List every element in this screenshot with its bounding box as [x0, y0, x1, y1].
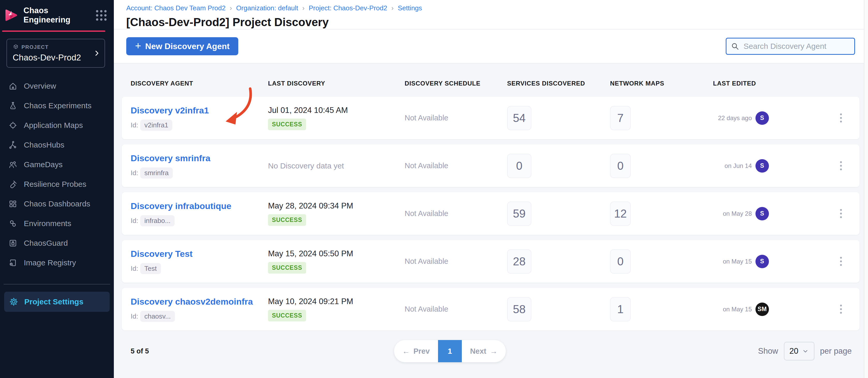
- search-icon: [731, 42, 740, 51]
- last-discovery-date: May 28, 2024 09:34 PM: [268, 201, 405, 211]
- id-label: Id:: [131, 265, 138, 273]
- sidebar-item-overview[interactable]: Overview: [0, 76, 114, 96]
- table-row: Discovery chaosv2demoinfra Id:chaosv... …: [122, 288, 860, 331]
- sidebar-item-chaos-dashboards[interactable]: Chaos Dashboards: [0, 194, 114, 214]
- project-name: Chaos-Dev-Prod2: [13, 53, 99, 63]
- last-edited-text: on May 15: [713, 258, 752, 265]
- last-discovery-date: May 15, 2024 05:50 PM: [268, 249, 405, 259]
- agent-id-value: v2infra1: [140, 119, 173, 131]
- table-row: Discovery smrinfra Id:smrinfra No Discov…: [122, 144, 860, 187]
- last-discovery-date: Jul 01, 2024 10:45 AM: [268, 106, 405, 115]
- sidebar-item-label: Environments: [24, 219, 71, 228]
- row-menu-icon[interactable]: [838, 112, 843, 124]
- table-row: Discovery infraboutique Id:infrabo... Ma…: [122, 192, 860, 235]
- status-badge: SUCCESS: [268, 310, 306, 321]
- discovery-schedule-cell: Not Available: [405, 305, 507, 313]
- current-page-button[interactable]: 1: [438, 340, 462, 362]
- table-footer: 5 of 5 ← Prev 1 Next → Show 20 per page: [122, 339, 860, 363]
- breadcrumb-separator: ›: [230, 4, 232, 12]
- agent-id-value: Test: [140, 263, 161, 274]
- per-page-select[interactable]: 20: [784, 342, 814, 360]
- network-maps-count: 12: [610, 202, 631, 226]
- breadcrumb-settings[interactable]: Settings: [398, 4, 422, 12]
- new-discovery-agent-label: New Discovery Agent: [145, 42, 229, 51]
- discovery-agent-link[interactable]: Discovery v2infra1: [131, 105, 209, 115]
- breadcrumb-organization[interactable]: Organization: default: [236, 4, 298, 12]
- breadcrumb-separator: ›: [303, 4, 305, 12]
- breadcrumb-separator: ›: [392, 4, 394, 12]
- no-discovery-data-text: No Discovery data yet: [268, 162, 405, 170]
- discovery-agent-link[interactable]: Discovery Test: [131, 249, 192, 259]
- sidebar-item-image-registry[interactable]: Image Registry: [0, 253, 114, 273]
- network-icon: [8, 140, 18, 149]
- sidebar-item-label: Overview: [24, 82, 56, 91]
- sidebar-item-label: Image Registry: [24, 259, 76, 267]
- prev-label: Prev: [413, 347, 430, 355]
- breadcrumb-project[interactable]: Project: Chaos-Dev-Prod2: [309, 4, 387, 12]
- discovery-agent-link[interactable]: Discovery smrinfra: [131, 153, 210, 163]
- last-discovery-cell: May 15, 2024 05:50 PM SUCCESS: [268, 249, 405, 274]
- row-menu-icon[interactable]: [838, 255, 843, 267]
- status-badge: SUCCESS: [268, 214, 306, 226]
- search-input[interactable]: [726, 38, 855, 55]
- discovery-schedule-cell: Not Available: [405, 257, 507, 266]
- network-maps-cell: 7: [610, 106, 713, 130]
- agent-id-value: chaosv...: [140, 311, 175, 322]
- brand-divider: [2, 31, 105, 32]
- services-discovered-cell: 58: [507, 297, 610, 321]
- services-discovered-cell: 28: [507, 249, 610, 274]
- services-count: 58: [507, 297, 531, 321]
- main-panel: Account: Chaos Dev Team Prod2 › Organiza…: [114, 0, 868, 378]
- sidebar-item-label: ChaosHubs: [24, 141, 64, 149]
- page-header: Account: Chaos Dev Team Prod2 › Organiza…: [114, 0, 868, 30]
- sidebar-item-application-maps[interactable]: Application Maps: [0, 115, 114, 135]
- last-edited-cell: on May 15 SM: [713, 303, 852, 316]
- new-discovery-agent-button[interactable]: + New Discovery Agent: [126, 37, 238, 55]
- avatar: S: [755, 207, 769, 220]
- avatar: S: [755, 111, 769, 125]
- sidebar-item-chaos-experiments[interactable]: Chaos Experiments: [0, 96, 114, 115]
- services-discovered-cell: 0: [507, 154, 610, 178]
- row-menu-icon[interactable]: [838, 207, 843, 219]
- table-area: DISCOVERY AGENT LAST DISCOVERY DISCOVERY…: [114, 64, 868, 378]
- lock-icon: [8, 238, 18, 248]
- show-label: Show: [758, 346, 778, 356]
- flask-icon: [8, 101, 18, 110]
- sidebar-item-gamedays[interactable]: GameDays: [0, 155, 114, 174]
- sidebar-item-chaoshubs[interactable]: ChaosHubs: [0, 135, 114, 155]
- prev-page-button[interactable]: ← Prev: [394, 340, 438, 362]
- agent-cell: Discovery Test Id:Test: [131, 249, 268, 274]
- per-page-label: per page: [820, 346, 852, 356]
- registry-icon: [8, 258, 18, 267]
- column-header-network-maps: NETWORK MAPS: [610, 80, 713, 87]
- agent-id-value: infrabo...: [140, 215, 175, 226]
- services-discovered-cell: 59: [507, 202, 610, 226]
- next-page-button[interactable]: Next →: [462, 340, 506, 362]
- plus-icon: +: [135, 41, 141, 51]
- last-edited-text: on May 15: [713, 306, 752, 313]
- app-grid-icon[interactable]: [96, 10, 106, 21]
- avatar: S: [755, 255, 769, 268]
- brand-title: Chaos Engineering: [24, 6, 96, 25]
- sidebar-item-environments[interactable]: Environments: [0, 214, 114, 233]
- row-menu-icon[interactable]: [838, 303, 843, 315]
- scrollbar-track[interactable]: [864, 0, 868, 378]
- services-count: 0: [507, 154, 531, 178]
- last-edited-cell: on Jun 14 S: [713, 159, 852, 173]
- discovery-agent-link[interactable]: Discovery chaosv2demoinfra: [131, 297, 253, 306]
- last-discovery-cell: May 28, 2024 09:34 PM SUCCESS: [268, 201, 405, 226]
- column-header-discovery-agent: DISCOVERY AGENT: [131, 80, 268, 87]
- row-menu-icon[interactable]: [838, 160, 843, 172]
- discovery-agent-link[interactable]: Discovery infraboutique: [131, 201, 231, 211]
- sidebar-item-resilience-probes[interactable]: Resilience Probes: [0, 174, 114, 194]
- users-icon: [8, 160, 18, 169]
- network-maps-count: 1: [610, 297, 631, 321]
- sidebar-item-project-settings[interactable]: Project Settings: [4, 292, 110, 312]
- agent-id-value: smrinfra: [140, 167, 173, 178]
- id-label: Id:: [131, 121, 138, 129]
- network-maps-cell: 1: [610, 297, 713, 321]
- sidebar-item-chaosguard[interactable]: ChaosGuard: [0, 233, 114, 253]
- agent-cell: Discovery infraboutique Id:infrabo...: [131, 201, 268, 226]
- project-selector[interactable]: PROJECT Chaos-Dev-Prod2: [6, 39, 105, 68]
- breadcrumb-account[interactable]: Account: Chaos Dev Team Prod2: [126, 4, 226, 12]
